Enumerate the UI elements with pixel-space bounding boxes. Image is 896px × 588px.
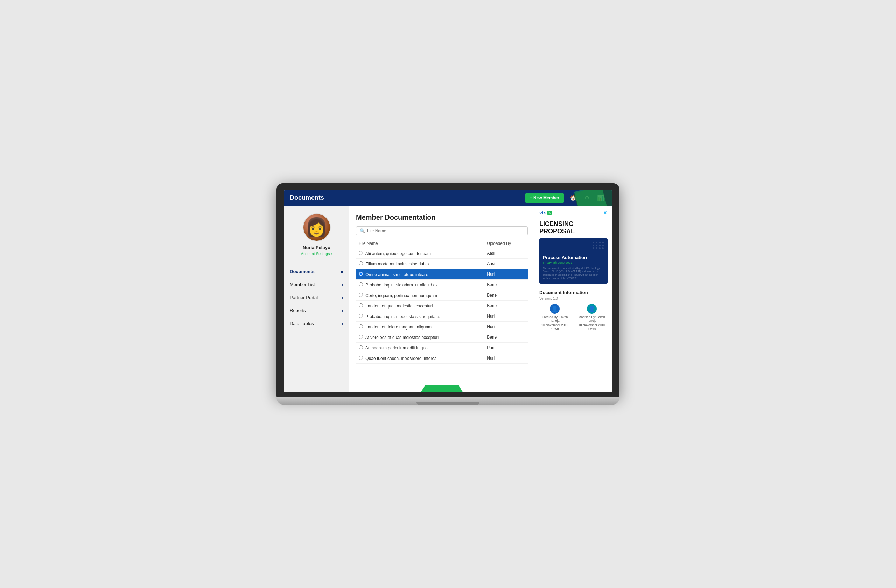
green-tab-decoration	[421, 386, 463, 392]
file-name-cell: Certe, inquam, pertinax non numquam	[356, 290, 484, 301]
home-button[interactable]: 🏠	[568, 193, 579, 202]
nav-arrow-single: ›	[341, 282, 343, 287]
table-row[interactable]: Probabo. inquit. modo ista sis aequitate…	[356, 311, 528, 321]
nav-arrow-single: ›	[341, 295, 343, 301]
sidebar-item-label: Reports	[290, 308, 306, 313]
sidebar-item-data-tables[interactable]: Data Tables ›	[284, 317, 349, 330]
search-input[interactable]	[367, 228, 524, 233]
table-row[interactable]: Certe, inquam, pertinax non numquam Bene	[356, 290, 528, 301]
screen-bezel: Documents + New Member 🏠 ⚙ 📊	[276, 183, 620, 397]
table-row[interactable]: At vero eos et quas molestias excepturi …	[356, 332, 528, 342]
sidebar-item-member-list[interactable]: Member List ›	[284, 278, 349, 292]
preview-doc-date: Friday 4th June 2021	[543, 261, 604, 264]
file-name-cell: Quae fuerit causa, mox videro; interea	[356, 353, 484, 363]
screen: Documents + New Member 🏠 ⚙ 📊	[284, 190, 612, 392]
account-settings-link[interactable]: Account Settings ›	[301, 252, 332, 256]
header-right: + New Member 🏠 ⚙ 📊	[525, 193, 606, 202]
main-footer	[349, 386, 535, 392]
file-name-cell: Omne animal, simul atque inteare	[356, 269, 484, 280]
preview-image: Process Automation Friday 4th June 2021 …	[539, 238, 608, 284]
row-radio[interactable]	[359, 356, 363, 360]
laptop-frame: Documents + New Member 🏠 ⚙ 📊	[276, 183, 620, 405]
sidebar: Nuria Pelayo Account Settings › Document…	[284, 207, 349, 392]
file-name-cell: Probabo. inquit. modo ista sis aequitate…	[356, 311, 484, 321]
uploaded-by-cell: Nuri	[484, 269, 528, 280]
table-row[interactable]: Probabo. inquit. sic adam. ut aliquid ex…	[356, 280, 528, 290]
uploaded-by-cell: Bene	[484, 280, 528, 290]
table-row[interactable]: Laudem et dolore magnam aliquam Nuri	[356, 321, 528, 332]
file-name-cell: Probabo. inquit. sic adam. ut aliquid ex	[356, 280, 484, 290]
row-radio[interactable]	[359, 314, 363, 318]
search-icon: 🔍	[360, 228, 365, 233]
row-radio[interactable]	[359, 251, 363, 255]
sidebar-item-reports[interactable]: Reports ›	[284, 304, 349, 317]
gear-icon: ⚙	[585, 195, 590, 201]
uploaded-by-cell: Pan	[484, 342, 528, 353]
sidebar-item-label: Partner Portal	[290, 295, 318, 300]
table-row[interactable]: Alii autem, quibus ego cum teneam Aasi	[356, 248, 528, 258]
app-wrapper: Documents + New Member 🏠 ⚙ 📊	[284, 190, 612, 392]
app-title: Documents	[290, 194, 324, 202]
table-row[interactable]: Omne animal, simul atque inteare Nuri	[356, 269, 528, 280]
row-radio[interactable]	[359, 272, 363, 276]
uploaded-by-cell: Aasi	[484, 258, 528, 269]
modified-by-avatar: 👤	[587, 304, 597, 314]
row-radio[interactable]	[359, 303, 363, 307]
chart-icon: 📊	[597, 195, 604, 201]
eye-icon[interactable]: 👁	[603, 210, 608, 216]
app-body: Nuria Pelayo Account Settings › Document…	[284, 207, 612, 392]
preview-dots	[593, 242, 604, 249]
row-radio[interactable]	[359, 345, 363, 349]
doc-persons: 👤 Created By: Laksh Taneja 10 November 2…	[539, 304, 608, 331]
uploaded-by-cell: Aasi	[484, 248, 528, 258]
table-row[interactable]: Filium morte multavit si sine dubio Aasi	[356, 258, 528, 269]
file-name-cell: Laudem et quas molestias excepturi	[356, 301, 484, 311]
row-radio[interactable]	[359, 335, 363, 339]
avatar-image	[303, 214, 330, 241]
license-title: LICENSING PROPOSAL	[535, 217, 612, 238]
uploaded-by-cell: Bene	[484, 290, 528, 301]
preview-header: vts it 👁	[535, 207, 612, 217]
sidebar-item-documents[interactable]: Documents »	[284, 266, 349, 278]
table-row[interactable]: At magnum periculum adiit in quo Pan	[356, 342, 528, 353]
uploaded-by-cell: Nuri	[484, 321, 528, 332]
sidebar-item-partner-portal[interactable]: Partner Portal ›	[284, 292, 349, 304]
file-name-cell: Filium morte multavit si sine dubio	[356, 258, 484, 269]
row-radio[interactable]	[359, 261, 363, 266]
person-icon: 👤	[588, 305, 595, 312]
document-table: File Name Uploaded By Alii autem, quibus…	[356, 239, 528, 364]
row-radio[interactable]	[359, 282, 363, 287]
row-radio[interactable]	[359, 324, 363, 328]
new-member-button[interactable]: + New Member	[525, 193, 564, 202]
col-filename: File Name	[356, 239, 484, 248]
search-bar: 🔍	[356, 226, 528, 236]
main-content: Member Documentation 🔍 File Name Uploade…	[349, 207, 535, 392]
file-name-cell: Laudem et dolore magnam aliquam	[356, 321, 484, 332]
chart-button[interactable]: 📊	[595, 193, 606, 202]
uploaded-by-cell: Bene	[484, 332, 528, 342]
sidebar-item-label: Member List	[290, 282, 315, 287]
table-row[interactable]: Quae fuerit causa, mox videro; interea N…	[356, 353, 528, 363]
col-uploaded: Uploaded By	[484, 239, 528, 248]
created-by-avatar: 👤	[550, 304, 560, 314]
table-row[interactable]: Laudem et quas molestias excepturi Bene	[356, 301, 528, 311]
nav-menu: Documents » Member List › Partner Portal…	[284, 266, 349, 330]
uploaded-by-cell: Bene	[484, 301, 528, 311]
person-icon: 👤	[551, 305, 558, 312]
app-header: Documents + New Member 🏠 ⚙ 📊	[284, 190, 612, 207]
laptop-base	[276, 397, 620, 405]
created-by-block: 👤 Created By: Laksh Taneja 10 November 2…	[539, 304, 570, 331]
home-icon: 🏠	[570, 195, 577, 201]
nav-arrow-single: ›	[341, 308, 343, 313]
user-name: Nuria Pelayo	[303, 245, 331, 250]
avatar	[303, 213, 331, 242]
vts-logo: vts it	[539, 210, 552, 216]
sidebar-item-label: Documents	[290, 269, 315, 274]
uploaded-by-cell: Nuri	[484, 353, 528, 363]
uploaded-by-cell: Nuri	[484, 311, 528, 321]
created-by-label: Created By: Laksh Taneja 10 November 201…	[539, 315, 570, 331]
file-name-cell: At magnum periculum adiit in quo	[356, 342, 484, 353]
settings-button[interactable]: ⚙	[582, 193, 591, 202]
row-radio[interactable]	[359, 293, 363, 297]
vts-text: vts	[539, 210, 546, 216]
